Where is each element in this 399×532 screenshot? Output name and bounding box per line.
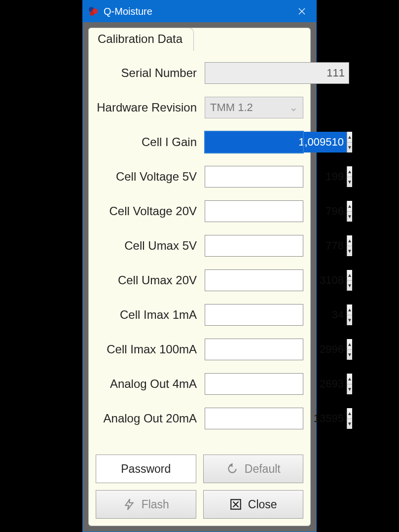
ao20-input[interactable] — [205, 408, 347, 429]
row-ao20: Analog Out 20mA ▲▼ — [96, 401, 303, 436]
imax1-input[interactable] — [205, 304, 347, 325]
titlebar: Q-Moisture — [83, 0, 316, 22]
row-hwrev: Hardware Revision TMM 1.2 ⌄ — [96, 90, 303, 125]
button-row: Password Default Flash Close — [96, 455, 303, 519]
row-cv20: Cell Voltage 20V ▲▼ — [96, 194, 303, 228]
gain-input[interactable] — [205, 132, 347, 152]
cv20-spinbox[interactable]: ▲▼ — [205, 200, 303, 222]
umax20-input[interactable] — [205, 270, 347, 291]
calibration-panel: Calibration Data Serial Number Hardware … — [88, 28, 311, 526]
default-button[interactable]: Default — [203, 455, 304, 483]
row-imax100: Cell Imax 100mA ▲▼ — [96, 332, 303, 367]
label-gain: Cell I Gain — [96, 135, 205, 149]
row-ao4: Analog Out 4mA ▲▼ — [96, 367, 303, 401]
app-icon — [88, 6, 99, 17]
flash-button[interactable]: Flash — [96, 490, 196, 519]
label-cv20: Cell Voltage 20V — [96, 204, 205, 218]
ao4-input[interactable] — [205, 374, 347, 394]
label-serial: Serial Number — [96, 66, 205, 80]
password-button[interactable]: Password — [96, 455, 196, 483]
gain-step-down[interactable]: ▼ — [347, 143, 352, 153]
refresh-icon — [226, 462, 239, 475]
cv5-step-down[interactable]: ▼ — [347, 177, 352, 188]
umax20-step-up[interactable]: ▲ — [347, 270, 352, 281]
label-ao4: Analog Out 4mA — [96, 377, 205, 391]
gain-step-up[interactable]: ▲ — [347, 132, 352, 143]
ao20-step-down[interactable]: ▼ — [347, 419, 352, 429]
password-label: Password — [121, 462, 171, 476]
label-umax20: Cell Umax 20V — [96, 273, 205, 287]
imax100-spinbox[interactable]: ▲▼ — [205, 339, 303, 360]
flash-label: Flash — [142, 498, 169, 511]
serial-input — [205, 62, 349, 84]
umax5-step-down[interactable]: ▼ — [347, 246, 352, 257]
imax1-spinbox[interactable]: ▲▼ — [205, 304, 303, 326]
cv20-step-up[interactable]: ▲ — [347, 201, 352, 212]
ao4-step-up[interactable]: ▲ — [347, 374, 352, 384]
cv5-spinbox[interactable]: ▲▼ — [205, 166, 303, 188]
ao4-spinbox[interactable]: ▲▼ — [205, 373, 303, 395]
client-area: Calibration Data Serial Number Hardware … — [83, 23, 316, 531]
cv20-step-down[interactable]: ▼ — [347, 212, 352, 222]
ao20-spinbox[interactable]: ▲▼ — [205, 408, 303, 429]
umax5-step-up[interactable]: ▲ — [347, 235, 352, 246]
ao20-step-up[interactable]: ▲ — [347, 408, 352, 419]
label-umax5: Cell Umax 5V — [96, 239, 205, 253]
imax100-step-down[interactable]: ▼ — [347, 350, 352, 360]
umax5-input[interactable] — [205, 235, 347, 256]
imax1-step-down[interactable]: ▼ — [347, 315, 352, 326]
close-icon — [229, 498, 242, 511]
imax100-step-up[interactable]: ▲ — [347, 339, 352, 350]
cv5-input[interactable] — [205, 166, 347, 187]
row-imax1: Cell Imax 1mA ▲▼ — [96, 298, 303, 332]
row-cv5: Cell Voltage 5V ▲▼ — [96, 159, 303, 194]
umax5-spinbox[interactable]: ▲▼ — [205, 235, 303, 257]
window-close-button[interactable] — [291, 0, 312, 22]
hwrev-dropdown[interactable]: TMM 1.2 ⌄ — [205, 97, 303, 118]
close-label: Close — [248, 498, 277, 511]
app-window: Q-Moisture Calibration Data Serial Numbe… — [82, 0, 317, 532]
umax20-spinbox[interactable]: ▲▼ — [205, 269, 303, 291]
row-umax20: Cell Umax 20V ▲▼ — [96, 263, 303, 298]
cv5-step-up[interactable]: ▲ — [347, 166, 352, 177]
imax1-step-up[interactable]: ▲ — [347, 304, 352, 315]
hwrev-value: TMM 1.2 — [210, 101, 253, 114]
calibration-form: Serial Number Hardware Revision TMM 1.2 … — [96, 56, 303, 519]
ao4-step-down[interactable]: ▼ — [347, 384, 352, 395]
close-button[interactable]: Close — [203, 490, 304, 519]
label-cv5: Cell Voltage 5V — [96, 170, 205, 184]
window-title: Q-Moisture — [104, 6, 291, 17]
chevron-down-icon: ⌄ — [289, 101, 298, 114]
umax20-step-down[interactable]: ▼ — [347, 281, 352, 291]
default-label: Default — [245, 462, 281, 476]
imax100-input[interactable] — [205, 339, 347, 360]
row-gain: Cell I Gain ▲ ▼ — [96, 125, 303, 159]
cv20-input[interactable] — [205, 201, 347, 222]
label-hwrev: Hardware Revision — [96, 101, 205, 114]
label-imax100: Cell Imax 100mA — [96, 342, 205, 356]
row-serial: Serial Number — [96, 56, 303, 90]
row-umax5: Cell Umax 5V ▲▼ — [96, 228, 303, 263]
gain-spinbox[interactable]: ▲ ▼ — [205, 131, 303, 153]
label-imax1: Cell Imax 1mA — [96, 308, 205, 322]
label-ao20: Analog Out 20mA — [96, 412, 205, 425]
tab-calibration[interactable]: Calibration Data — [88, 28, 194, 51]
lightning-icon — [123, 498, 136, 511]
